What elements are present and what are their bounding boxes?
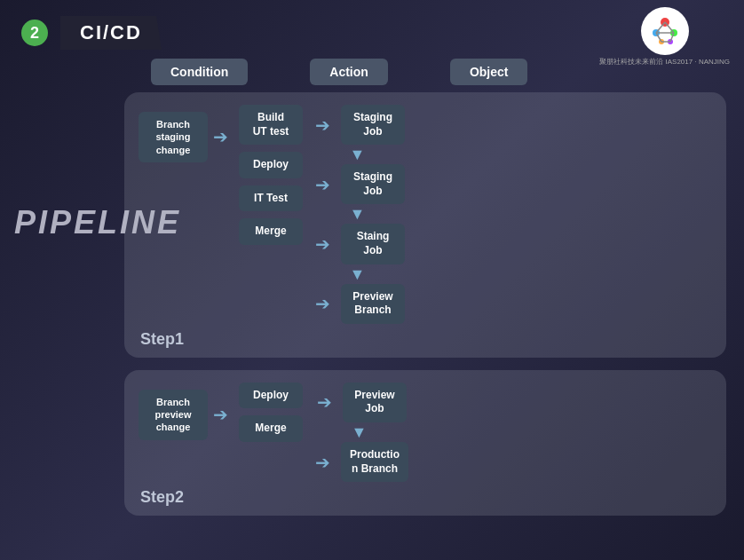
step1-label: Step1: [140, 330, 184, 349]
step1-object-3: Preview Branch: [341, 284, 405, 324]
step2-down-arrow-0: ▼: [352, 424, 368, 440]
step1-action-1: Deploy: [239, 152, 303, 178]
step2-object-1: Productio n Branch: [341, 442, 408, 482]
step2-objects: ➔ Preview Job ▼ ➔ Productio n Branch: [310, 383, 408, 482]
step2-condition: Branch preview change ➔: [139, 390, 233, 440]
step1-objects: ➔ Staging Job ▼ ➔ Staging Job ▼ ➔ Staing…: [310, 105, 405, 324]
object-header: Object: [450, 59, 528, 85]
step1-arrow: ➔: [213, 126, 228, 147]
condition-header: Condition: [151, 59, 248, 85]
step2-arrow: ➔: [213, 404, 228, 425]
section-number: 2: [21, 20, 48, 46]
step1-action-0: Build UT test: [239, 105, 303, 145]
step2-container: Branch preview change ➔ Deploy Merge ➔ P…: [124, 370, 726, 516]
step1-obj-arrow-1: ➔: [315, 174, 330, 195]
step2-object-0: Preview Job: [343, 383, 407, 422]
step2-inner: Branch preview change ➔ Deploy Merge ➔ P…: [139, 383, 712, 507]
step1-action-3: Merge: [239, 218, 303, 245]
step1-condition: Branch staging change ➔: [139, 112, 233, 162]
title-banner: CI/CD: [60, 16, 162, 50]
svg-line-5: [656, 22, 665, 33]
step1-object-2: Staing Job: [341, 224, 405, 264]
page-title: CI/CD: [80, 21, 142, 43]
logo-area: 聚朋社科技未来前沿 IAS2017 · NANJING: [599, 7, 730, 67]
svg-line-6: [665, 22, 674, 33]
step2-action-1: Merge: [239, 415, 303, 442]
step1-obj-arrow-2: ➔: [315, 233, 330, 255]
step1-object-0: Staging Job: [341, 105, 405, 145]
step1-down-arrow-0: ▼: [350, 146, 366, 162]
step1-down-arrow-1: ▼: [350, 206, 366, 222]
step1-object-1: Staging Job: [341, 164, 405, 204]
step1-obj-arrow-3: ➔: [315, 293, 330, 314]
step1-obj-arrow-0: ➔: [315, 114, 330, 136]
step2-obj-arrow-0: ➔: [317, 391, 332, 413]
step2-actions: Deploy Merge: [239, 383, 303, 442]
step1-condition-box: Branch staging change: [139, 112, 208, 162]
logo-icon: [644, 10, 686, 52]
step2-action-0: Deploy: [239, 383, 303, 409]
main-content: Branch staging change ➔ Build UT test De…: [0, 92, 744, 516]
step1-actions: Build UT test Deploy IT Test Merge: [239, 105, 303, 245]
action-header: Action: [310, 59, 388, 85]
step1-action-2: IT Test: [239, 185, 303, 212]
step2-label: Step2: [140, 488, 184, 507]
step2-condition-box: Branch preview change: [139, 390, 208, 440]
logo-text: 聚朋社科技未来前沿 IAS2017 · NANJING: [599, 57, 730, 67]
step1-container: Branch staging change ➔ Build UT test De…: [124, 92, 726, 358]
step1-down-arrow-2: ▼: [350, 266, 366, 282]
step2-obj-arrow-1: ➔: [315, 452, 330, 473]
step1-inner: Branch staging change ➔ Build UT test De…: [139, 105, 712, 349]
logo-circle: [641, 7, 689, 55]
